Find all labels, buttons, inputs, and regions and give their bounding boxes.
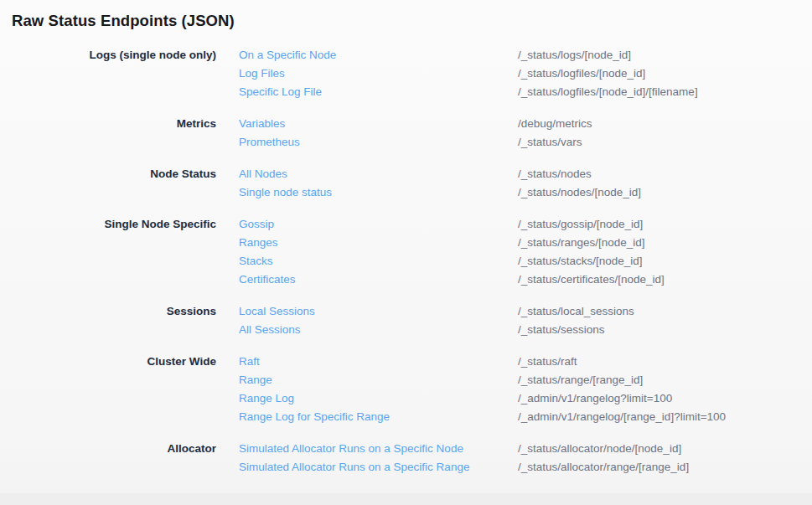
endpoint-link[interactable]: Range Log for Specific Range: [239, 408, 518, 426]
endpoint-link[interactable]: Ranges: [239, 234, 518, 252]
endpoint-link[interactable]: Specific Log File: [239, 83, 518, 101]
section-category-label: Single Node Specific: [0, 215, 216, 289]
endpoint-row: Range Log /_admin/v1/rangelog?limit=100: [239, 389, 812, 408]
endpoint-link[interactable]: Local Sessions: [239, 302, 518, 321]
endpoint-row: On a Specific Node /_status/logs/[node_i…: [239, 46, 812, 64]
endpoint-section: Single Node Specific Gossip /_status/gos…: [0, 215, 812, 289]
section-category-label: Sessions: [0, 302, 216, 339]
endpoint-path: /_status/gossip/[node_id]: [518, 215, 643, 234]
endpoint-link[interactable]: Simulated Allocator Runs on a Specific N…: [239, 440, 518, 458]
endpoint-section: Cluster Wide Raft /_status/raft Range /_…: [0, 353, 812, 426]
section-rows: On a Specific Node /_status/logs/[node_i…: [239, 46, 812, 101]
endpoint-section: Allocator Simulated Allocator Runs on a …: [0, 440, 812, 477]
endpoint-section: Metrics Variables /debug/metrics Prometh…: [0, 115, 812, 152]
endpoint-path: /_status/nodes: [518, 165, 592, 183]
section-rows: Variables /debug/metrics Prometheus /_st…: [239, 115, 812, 152]
endpoint-link[interactable]: Gossip: [239, 215, 518, 234]
endpoint-path: /_status/raft: [518, 353, 577, 371]
endpoint-path: /_status/range/[range_id]: [518, 371, 643, 389]
endpoint-row: Specific Log File /_status/logfiles/[nod…: [239, 83, 812, 101]
section-rows: Raft /_status/raft Range /_status/range/…: [239, 353, 812, 426]
endpoint-row: Raft /_status/raft: [239, 353, 812, 371]
section-rows: Simulated Allocator Runs on a Specific N…: [239, 440, 812, 477]
endpoint-path: /_status/allocator/range/[range_id]: [518, 458, 689, 477]
endpoint-row: Simulated Allocator Runs on a Specific R…: [239, 458, 812, 477]
endpoint-link[interactable]: On a Specific Node: [239, 46, 518, 64]
endpoint-row: Range Log for Specific Range /_admin/v1/…: [239, 408, 812, 426]
endpoint-row: Log Files /_status/logfiles/[node_id]: [239, 64, 812, 83]
endpoint-path: /_status/allocator/node/[node_id]: [518, 440, 681, 458]
bottom-strip: [0, 493, 812, 505]
endpoint-link[interactable]: Range Log: [239, 389, 518, 408]
page-title: Raw Status Endpoints (JSON): [0, 0, 812, 29]
endpoint-row: Simulated Allocator Runs on a Specific N…: [239, 440, 812, 458]
endpoint-path: /_status/stacks/[node_id]: [518, 252, 643, 271]
endpoint-link[interactable]: Log Files: [239, 64, 518, 83]
endpoint-link[interactable]: Simulated Allocator Runs on a Specific R…: [239, 458, 518, 477]
endpoint-path: /_status/logfiles/[node_id]/[filename]: [518, 83, 698, 101]
endpoint-link[interactable]: Stacks: [239, 252, 518, 271]
endpoint-path: /_status/logfiles/[node_id]: [518, 64, 645, 83]
endpoint-section: Sessions Local Sessions /_status/local_s…: [0, 302, 812, 339]
endpoint-path: /_admin/v1/rangelog?limit=100: [518, 389, 672, 408]
section-category-label: Metrics: [0, 115, 216, 152]
endpoint-link[interactable]: All Sessions: [239, 321, 518, 339]
endpoint-path: /debug/metrics: [518, 115, 592, 133]
endpoint-row: Variables /debug/metrics: [239, 115, 812, 133]
endpoint-row: Gossip /_status/gossip/[node_id]: [239, 215, 812, 234]
endpoint-row: Range /_status/range/[range_id]: [239, 371, 812, 389]
endpoint-link[interactable]: Single node status: [239, 183, 518, 202]
endpoint-path: /_admin/v1/rangelog/[range_id]?limit=100: [518, 408, 726, 426]
endpoint-section: Logs (single node only) On a Specific No…: [0, 46, 812, 101]
section-category-label: Logs (single node only): [0, 46, 216, 101]
section-rows: All Nodes /_status/nodes Single node sta…: [239, 165, 812, 202]
endpoint-path: /_status/sessions: [518, 321, 605, 339]
endpoint-row: All Sessions /_status/sessions: [239, 321, 812, 339]
endpoint-path: /_status/local_sessions: [518, 302, 634, 321]
endpoint-link[interactable]: All Nodes: [239, 165, 518, 183]
section-category-label: Cluster Wide: [0, 353, 216, 426]
endpoint-row: Ranges /_status/ranges/[node_id]: [239, 234, 812, 252]
endpoint-path: /_status/nodes/[node_id]: [518, 183, 641, 202]
endpoint-row: All Nodes /_status/nodes: [239, 165, 812, 183]
endpoint-path: /_status/logs/[node_id]: [518, 46, 631, 64]
endpoint-link[interactable]: Variables: [239, 115, 518, 133]
endpoint-row: Local Sessions /_status/local_sessions: [239, 302, 812, 321]
endpoint-link[interactable]: Certificates: [239, 271, 518, 289]
endpoint-section: Node Status All Nodes /_status/nodes Sin…: [0, 165, 812, 202]
endpoints-list: Logs (single node only) On a Specific No…: [0, 46, 812, 477]
endpoint-row: Stacks /_status/stacks/[node_id]: [239, 252, 812, 271]
section-category-label: Node Status: [0, 165, 216, 202]
endpoint-row: Single node status /_status/nodes/[node_…: [239, 183, 812, 202]
section-rows: Gossip /_status/gossip/[node_id] Ranges …: [239, 215, 812, 289]
endpoint-link[interactable]: Raft: [239, 353, 518, 371]
endpoint-path: /_status/ranges/[node_id]: [518, 234, 645, 252]
section-category-label: Allocator: [0, 440, 216, 477]
section-rows: Local Sessions /_status/local_sessions A…: [239, 302, 812, 339]
endpoint-link[interactable]: Prometheus: [239, 133, 518, 152]
endpoint-link[interactable]: Range: [239, 371, 518, 389]
endpoint-row: Certificates /_status/certificates/[node…: [239, 271, 812, 289]
raw-status-endpoints-page: Raw Status Endpoints (JSON) Logs (single…: [0, 0, 812, 505]
endpoint-row: Prometheus /_status/vars: [239, 133, 812, 152]
endpoint-path: /_status/vars: [518, 133, 582, 152]
endpoint-path: /_status/certificates/[node_id]: [518, 271, 665, 289]
